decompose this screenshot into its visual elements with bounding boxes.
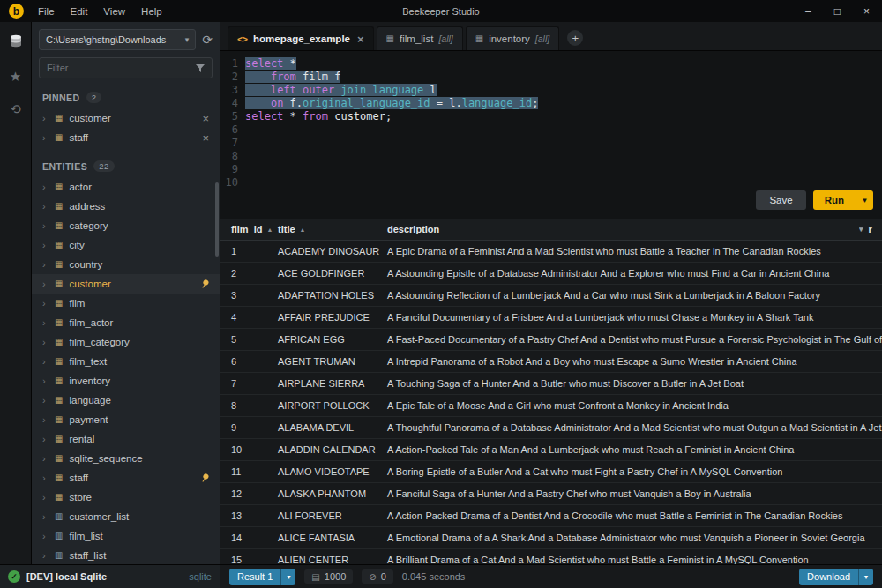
entity-staff_list[interactable]: ›▥staff_list	[32, 546, 220, 564]
table-row[interactable]: 12ALASKA PHANTOMA Fanciful Saga of a Hun…	[220, 483, 882, 505]
entity-city[interactable]: ›▦city	[32, 235, 220, 255]
chevron-right-icon[interactable]: ›	[42, 531, 49, 541]
entity-sqlite_sequence[interactable]: ›▦sqlite_sequence	[32, 449, 220, 468]
minimize-icon[interactable]: –	[805, 5, 811, 18]
result-select-button[interactable]: Result 1	[229, 569, 280, 585]
table-row[interactable]: 7AIRPLANE SIERRAA Touching Saga of a Hun…	[220, 373, 882, 395]
tab-film_list[interactable]: ▦film_list[all]	[377, 26, 463, 50]
download-dropdown-caret-icon[interactable]: ▼	[858, 569, 873, 585]
tab-homepage_example[interactable]: <>homepage_example×	[228, 26, 374, 50]
menu-help[interactable]: Help	[141, 6, 162, 17]
chevron-right-icon[interactable]: ›	[42, 220, 49, 231]
maximize-icon[interactable]: □	[834, 5, 841, 18]
entity-category[interactable]: ›▦category	[32, 216, 220, 235]
table-row[interactable]: 11ALAMO VIDEOTAPEA Boring Epistle of a B…	[220, 461, 882, 483]
table-row[interactable]: 3ADAPTATION HOLESA Astounding Reflection…	[220, 285, 882, 307]
tab-inventory[interactable]: ▦inventory[all]	[466, 26, 559, 50]
download-button[interactable]: Download	[799, 569, 858, 585]
chevron-right-icon[interactable]: ›	[42, 298, 49, 309]
entity-film_category[interactable]: ›▦film_category	[32, 332, 220, 352]
menu-file[interactable]: File	[38, 6, 55, 17]
entity-film_actor[interactable]: ›▦film_actor	[32, 313, 220, 332]
table-row[interactable]: 1ACADEMY DINOSAURA Epic Drama of a Femin…	[220, 241, 882, 263]
run-button[interactable]: Run	[813, 190, 856, 210]
table-row[interactable]: 4AFFAIR PREJUDICEA Fanciful Documentary …	[220, 307, 882, 329]
filter-funnel-icon[interactable]	[196, 63, 205, 76]
unpin-icon[interactable]: ×	[202, 113, 209, 124]
entity-store[interactable]: ›▦store	[32, 488, 220, 507]
database-icon[interactable]	[9, 34, 23, 50]
table-row[interactable]: 8AIRPORT POLLOCKA Epic Tale of a Moose A…	[220, 395, 882, 417]
errors-count-value: 0	[381, 571, 386, 582]
database-path-select[interactable]: C:\Users\ghstng\Downloads ▾	[39, 29, 196, 50]
add-tab-button[interactable]: +	[567, 30, 583, 46]
chevron-right-icon[interactable]: ›	[42, 492, 49, 502]
table-row[interactable]: 9ALABAMA DEVILA Thoughtful Panorama of a…	[220, 417, 882, 439]
table-row[interactable]: 15ALIEN CENTERA Brilliant Drama of a Cat…	[220, 549, 882, 564]
column-header-title[interactable]: title▲	[271, 219, 380, 240]
sidebar-scrollbar[interactable]	[215, 182, 219, 257]
pinned-item-staff[interactable]: ›▦staff×	[32, 128, 220, 147]
history-icon[interactable]: ⟲	[10, 102, 21, 115]
pin-icon[interactable]	[198, 472, 212, 485]
chevron-right-icon[interactable]: ›	[42, 317, 49, 328]
entity-customer_list[interactable]: ›▥customer_list	[32, 507, 220, 526]
sql-editor[interactable]: 12345678910 select * from film f left ou…	[220, 51, 882, 219]
chevron-right-icon[interactable]: ›	[42, 132, 49, 143]
entity-film_list[interactable]: ›▥film_list	[32, 526, 220, 546]
chevron-right-icon[interactable]: ›	[42, 182, 49, 192]
entity-label: category	[69, 220, 209, 231]
menu-edit[interactable]: Edit	[71, 6, 88, 17]
table-row[interactable]: 13ALI FOREVERA Action-Packed Drama of a …	[220, 505, 882, 527]
chevron-right-icon[interactable]: ›	[42, 376, 49, 386]
result-dropdown-caret-icon[interactable]: ▼	[280, 569, 295, 585]
entity-language[interactable]: ›▦language	[32, 391, 220, 410]
chevron-right-icon[interactable]: ›	[42, 259, 49, 270]
entity-staff[interactable]: ›▦staff	[32, 468, 220, 488]
chevron-right-icon[interactable]: ›	[42, 473, 49, 483]
table-row[interactable]: 6AGENT TRUMANA Intrepid Panorama of a Ro…	[220, 351, 882, 373]
chevron-right-icon[interactable]: ›	[42, 201, 49, 212]
chevron-right-icon[interactable]: ›	[42, 395, 49, 406]
column-menu-chevron-icon[interactable]: ▾	[859, 225, 863, 234]
column-header-film_id[interactable]: film_id▲	[220, 219, 271, 240]
pinned-item-customer[interactable]: ›▦customer×	[32, 108, 220, 128]
entity-payment[interactable]: ›▦payment	[32, 410, 220, 429]
unpin-icon[interactable]: ×	[202, 132, 209, 144]
pin-icon[interactable]	[198, 278, 212, 291]
table-row[interactable]: 2ACE GOLDFINGERA Astounding Epistle of a…	[220, 263, 882, 285]
entity-actor[interactable]: ›▦actor	[32, 177, 220, 197]
table-row[interactable]: 10ALADDIN CALENDARA Action-Packed Tale o…	[220, 439, 882, 461]
entity-filter-input[interactable]	[39, 57, 213, 78]
table-row[interactable]: 5AFRICAN EGGA Fast-Paced Documentary of …	[220, 329, 882, 351]
chevron-right-icon[interactable]: ›	[42, 550, 49, 561]
refresh-icon[interactable]: ⟳	[202, 33, 213, 47]
menu-view[interactable]: View	[103, 6, 125, 17]
save-button[interactable]: Save	[756, 190, 805, 210]
close-tab-icon[interactable]: ×	[357, 33, 364, 45]
pinned-label: PINNED	[42, 93, 80, 103]
entity-inventory[interactable]: ›▦inventory	[32, 371, 220, 391]
run-dropdown-caret-icon[interactable]: ▼	[856, 190, 873, 210]
chevron-right-icon[interactable]: ›	[42, 113, 49, 123]
column-header-description[interactable]: description	[380, 219, 859, 240]
chevron-right-icon[interactable]: ›	[42, 356, 49, 367]
chevron-right-icon[interactable]: ›	[42, 434, 49, 444]
results-header: film_id▲title▲description ▾ r	[220, 219, 882, 241]
entity-rental[interactable]: ›▦rental	[32, 429, 220, 449]
chevron-right-icon[interactable]: ›	[42, 279, 49, 289]
entity-customer[interactable]: ›▦customer	[32, 274, 220, 294]
entity-film[interactable]: ›▦film	[32, 294, 220, 313]
favorites-star-icon[interactable]: ★	[10, 70, 21, 83]
chevron-right-icon[interactable]: ›	[42, 337, 49, 347]
chevron-right-icon[interactable]: ›	[42, 511, 49, 522]
chevron-right-icon[interactable]: ›	[42, 414, 49, 425]
entity-country[interactable]: ›▦country	[32, 255, 220, 274]
entity-address[interactable]: ›▦address	[32, 197, 220, 216]
close-icon[interactable]: ×	[863, 5, 870, 18]
chevron-right-icon[interactable]: ›	[42, 453, 49, 464]
chevron-right-icon[interactable]: ›	[42, 240, 49, 250]
connection-dialect: sqlite	[189, 571, 212, 582]
entity-film_text[interactable]: ›▦film_text	[32, 352, 220, 371]
table-row[interactable]: 14ALICE FANTASIAA Emotional Drama of a A…	[220, 527, 882, 549]
